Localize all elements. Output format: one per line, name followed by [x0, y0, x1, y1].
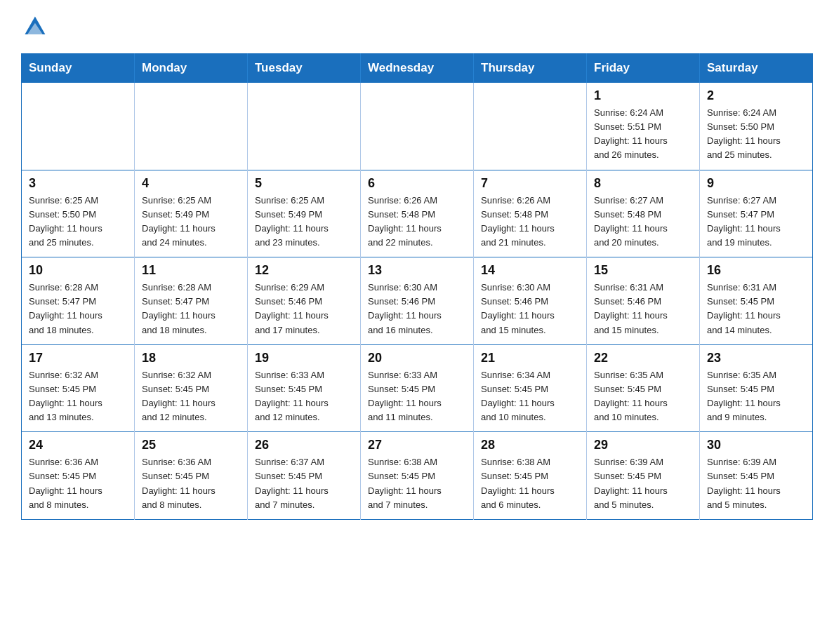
- calendar-cell: 22Sunrise: 6:35 AM Sunset: 5:45 PM Dayli…: [587, 344, 700, 432]
- weekday-header-friday: Friday: [587, 54, 700, 83]
- calendar-cell: [361, 83, 474, 170]
- calendar-cell: 18Sunrise: 6:32 AM Sunset: 5:45 PM Dayli…: [135, 344, 248, 432]
- day-info: Sunrise: 6:36 AM Sunset: 5:45 PM Dayligh…: [142, 455, 240, 512]
- day-number: 14: [481, 263, 579, 278]
- calendar-cell: 17Sunrise: 6:32 AM Sunset: 5:45 PM Dayli…: [22, 344, 135, 432]
- day-number: 28: [481, 438, 579, 452]
- day-info: Sunrise: 6:27 AM Sunset: 5:47 PM Dayligh…: [707, 194, 805, 250]
- weekday-header-sunday: Sunday: [22, 54, 135, 83]
- day-number: 9: [707, 176, 805, 191]
- calendar-cell: [474, 83, 587, 170]
- weekday-header-row: SundayMondayTuesdayWednesdayThursdayFrid…: [22, 54, 813, 83]
- calendar-cell: [248, 83, 361, 170]
- day-number: 12: [255, 263, 353, 278]
- day-info: Sunrise: 6:26 AM Sunset: 5:48 PM Dayligh…: [481, 194, 579, 250]
- calendar-cell: 10Sunrise: 6:28 AM Sunset: 5:47 PM Dayli…: [22, 257, 135, 345]
- calendar-cell: 27Sunrise: 6:38 AM Sunset: 5:45 PM Dayli…: [361, 432, 474, 520]
- day-number: 22: [594, 351, 692, 365]
- day-info: Sunrise: 6:29 AM Sunset: 5:46 PM Dayligh…: [255, 281, 353, 337]
- day-number: 18: [142, 351, 240, 365]
- weekday-header-tuesday: Tuesday: [248, 54, 361, 83]
- day-info: Sunrise: 6:32 AM Sunset: 5:45 PM Dayligh…: [29, 368, 127, 425]
- calendar-cell: 1Sunrise: 6:24 AM Sunset: 5:51 PM Daylig…: [587, 83, 700, 170]
- day-info: Sunrise: 6:28 AM Sunset: 5:47 PM Dayligh…: [142, 281, 240, 337]
- day-info: Sunrise: 6:33 AM Sunset: 5:45 PM Dayligh…: [255, 368, 353, 425]
- calendar-cell: 14Sunrise: 6:30 AM Sunset: 5:46 PM Dayli…: [474, 257, 587, 345]
- day-number: 21: [481, 351, 579, 365]
- day-info: Sunrise: 6:39 AM Sunset: 5:45 PM Dayligh…: [594, 455, 692, 512]
- calendar-cell: 26Sunrise: 6:37 AM Sunset: 5:45 PM Dayli…: [248, 432, 361, 520]
- day-number: 16: [707, 263, 805, 278]
- weekday-header-thursday: Thursday: [474, 54, 587, 83]
- day-info: Sunrise: 6:35 AM Sunset: 5:45 PM Dayligh…: [707, 368, 805, 425]
- calendar-cell: [22, 83, 135, 170]
- calendar-cell: 11Sunrise: 6:28 AM Sunset: 5:47 PM Dayli…: [135, 257, 248, 345]
- calendar-cell: 19Sunrise: 6:33 AM Sunset: 5:45 PM Dayli…: [248, 344, 361, 432]
- day-info: Sunrise: 6:39 AM Sunset: 5:45 PM Dayligh…: [707, 455, 805, 512]
- weekday-header-wednesday: Wednesday: [361, 54, 474, 83]
- calendar-cell: 3Sunrise: 6:25 AM Sunset: 5:50 PM Daylig…: [22, 170, 135, 257]
- calendar-cell: 6Sunrise: 6:26 AM Sunset: 5:48 PM Daylig…: [361, 170, 474, 257]
- day-info: Sunrise: 6:34 AM Sunset: 5:45 PM Dayligh…: [481, 368, 579, 425]
- day-number: 17: [29, 351, 127, 365]
- calendar-cell: 25Sunrise: 6:36 AM Sunset: 5:45 PM Dayli…: [135, 432, 248, 520]
- calendar-cell: 16Sunrise: 6:31 AM Sunset: 5:45 PM Dayli…: [700, 257, 813, 345]
- day-number: 27: [368, 438, 466, 452]
- day-number: 24: [29, 438, 127, 452]
- day-number: 13: [368, 263, 466, 278]
- day-number: 25: [142, 438, 240, 452]
- day-info: Sunrise: 6:30 AM Sunset: 5:46 PM Dayligh…: [481, 281, 579, 337]
- day-number: 5: [255, 176, 353, 191]
- day-info: Sunrise: 6:32 AM Sunset: 5:45 PM Dayligh…: [142, 368, 240, 425]
- calendar-cell: 20Sunrise: 6:33 AM Sunset: 5:45 PM Dayli…: [361, 344, 474, 432]
- calendar-cell: 24Sunrise: 6:36 AM Sunset: 5:45 PM Dayli…: [22, 432, 135, 520]
- day-number: 8: [594, 176, 692, 191]
- day-info: Sunrise: 6:26 AM Sunset: 5:48 PM Dayligh…: [368, 194, 466, 250]
- day-info: Sunrise: 6:38 AM Sunset: 5:45 PM Dayligh…: [481, 455, 579, 512]
- day-info: Sunrise: 6:30 AM Sunset: 5:46 PM Dayligh…: [368, 281, 466, 337]
- calendar-cell: [135, 83, 248, 170]
- day-info: Sunrise: 6:24 AM Sunset: 5:50 PM Dayligh…: [707, 106, 805, 163]
- calendar-cell: 2Sunrise: 6:24 AM Sunset: 5:50 PM Daylig…: [700, 83, 813, 170]
- logo-area: [21, 14, 51, 41]
- calendar-week-row-5: 24Sunrise: 6:36 AM Sunset: 5:45 PM Dayli…: [22, 432, 813, 520]
- day-number: 23: [707, 351, 805, 365]
- calendar-cell: 9Sunrise: 6:27 AM Sunset: 5:47 PM Daylig…: [700, 170, 813, 257]
- calendar-cell: 4Sunrise: 6:25 AM Sunset: 5:49 PM Daylig…: [135, 170, 248, 257]
- calendar-cell: 8Sunrise: 6:27 AM Sunset: 5:48 PM Daylig…: [587, 170, 700, 257]
- day-info: Sunrise: 6:38 AM Sunset: 5:45 PM Dayligh…: [368, 455, 466, 512]
- day-number: 3: [29, 176, 127, 191]
- day-number: 30: [707, 438, 805, 452]
- logo-icon: [21, 14, 48, 41]
- calendar-cell: 29Sunrise: 6:39 AM Sunset: 5:45 PM Dayli…: [587, 432, 700, 520]
- day-number: 6: [368, 176, 466, 191]
- page-header: [21, 14, 813, 41]
- day-info: Sunrise: 6:25 AM Sunset: 5:49 PM Dayligh…: [255, 194, 353, 250]
- day-number: 7: [481, 176, 579, 191]
- day-number: 29: [594, 438, 692, 452]
- day-info: Sunrise: 6:25 AM Sunset: 5:50 PM Dayligh…: [29, 194, 127, 250]
- day-info: Sunrise: 6:35 AM Sunset: 5:45 PM Dayligh…: [594, 368, 692, 425]
- day-number: 2: [707, 88, 805, 103]
- day-number: 15: [594, 263, 692, 278]
- day-info: Sunrise: 6:27 AM Sunset: 5:48 PM Dayligh…: [594, 194, 692, 250]
- calendar-week-row-1: 1Sunrise: 6:24 AM Sunset: 5:51 PM Daylig…: [22, 83, 813, 170]
- day-info: Sunrise: 6:28 AM Sunset: 5:47 PM Dayligh…: [29, 281, 127, 337]
- calendar-cell: 5Sunrise: 6:25 AM Sunset: 5:49 PM Daylig…: [248, 170, 361, 257]
- calendar-cell: 28Sunrise: 6:38 AM Sunset: 5:45 PM Dayli…: [474, 432, 587, 520]
- day-number: 11: [142, 263, 240, 278]
- day-number: 10: [29, 263, 127, 278]
- calendar-week-row-4: 17Sunrise: 6:32 AM Sunset: 5:45 PM Dayli…: [22, 344, 813, 432]
- calendar-table: SundayMondayTuesdayWednesdayThursdayFrid…: [21, 53, 813, 520]
- day-info: Sunrise: 6:31 AM Sunset: 5:45 PM Dayligh…: [707, 281, 805, 337]
- day-info: Sunrise: 6:36 AM Sunset: 5:45 PM Dayligh…: [29, 455, 127, 512]
- day-number: 20: [368, 351, 466, 365]
- day-number: 1: [594, 88, 692, 103]
- weekday-header-monday: Monday: [135, 54, 248, 83]
- day-info: Sunrise: 6:25 AM Sunset: 5:49 PM Dayligh…: [142, 194, 240, 250]
- calendar-week-row-3: 10Sunrise: 6:28 AM Sunset: 5:47 PM Dayli…: [22, 257, 813, 345]
- calendar-cell: 23Sunrise: 6:35 AM Sunset: 5:45 PM Dayli…: [700, 344, 813, 432]
- calendar-cell: 30Sunrise: 6:39 AM Sunset: 5:45 PM Dayli…: [700, 432, 813, 520]
- calendar-cell: 21Sunrise: 6:34 AM Sunset: 5:45 PM Dayli…: [474, 344, 587, 432]
- calendar-cell: 15Sunrise: 6:31 AM Sunset: 5:46 PM Dayli…: [587, 257, 700, 345]
